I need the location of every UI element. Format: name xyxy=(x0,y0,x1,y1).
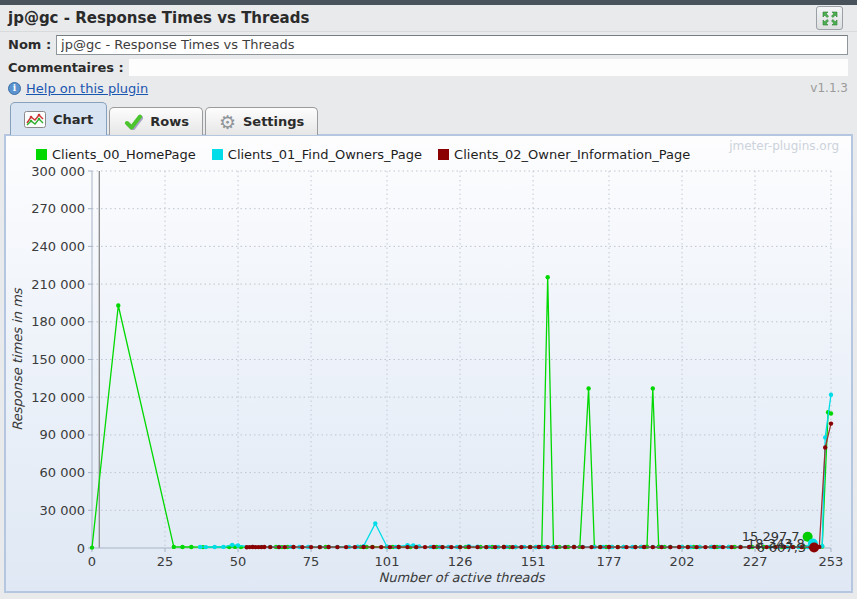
data-point xyxy=(335,545,339,549)
data-point xyxy=(829,421,833,425)
y-tick-label: 30 000 xyxy=(40,503,86,518)
data-point xyxy=(686,545,690,549)
data-point xyxy=(172,545,176,549)
tab-bar: Chart Rows ⚙ Settings xyxy=(10,102,320,135)
data-point xyxy=(493,545,497,549)
x-tick-label: 151 xyxy=(521,554,546,569)
x-tick-label: 75 xyxy=(303,554,320,569)
data-point xyxy=(607,545,611,549)
name-field-row: Nom : xyxy=(8,34,848,55)
data-point xyxy=(423,545,427,549)
y-tick-label: 300 000 xyxy=(31,164,85,179)
chart-icon xyxy=(24,111,46,128)
data-point xyxy=(198,545,202,549)
data-point xyxy=(721,545,725,549)
help-row: i Help on this plugin v1.1.3 xyxy=(8,79,848,97)
chart-svg: 030 00060 00090 000120 000150 000180 000… xyxy=(6,136,851,591)
tab-rows[interactable]: Rows xyxy=(109,107,203,135)
data-point xyxy=(712,545,716,549)
data-point xyxy=(694,545,698,549)
legend-swatch xyxy=(36,149,47,160)
data-point xyxy=(397,545,401,549)
data-point xyxy=(537,545,541,549)
help-link[interactable]: Help on this plugin xyxy=(26,81,148,96)
legend-label: Clients_01_Find_Owners_Page xyxy=(228,147,422,162)
info-icon: i xyxy=(8,82,21,95)
annotation-dot xyxy=(809,542,819,552)
data-point xyxy=(519,545,523,549)
data-point xyxy=(414,545,418,549)
series-line xyxy=(200,395,831,547)
y-tick-label: 90 000 xyxy=(40,427,86,442)
x-tick-label: 25 xyxy=(157,554,174,569)
comments-input[interactable] xyxy=(129,59,848,76)
data-point xyxy=(230,543,234,547)
data-point xyxy=(405,545,409,549)
data-point xyxy=(300,545,304,549)
data-point xyxy=(586,386,590,390)
data-point xyxy=(213,545,217,549)
y-tick-label: 120 000 xyxy=(31,390,85,405)
data-point xyxy=(268,545,272,549)
tab-chart[interactable]: Chart xyxy=(10,102,107,135)
data-point xyxy=(432,545,436,549)
y-tick-label: 240 000 xyxy=(31,239,85,254)
data-point xyxy=(510,545,514,549)
y-tick-label: 270 000 xyxy=(31,201,85,216)
data-point xyxy=(563,545,567,549)
data-point xyxy=(388,545,392,549)
data-point xyxy=(598,545,602,549)
data-point xyxy=(624,545,628,549)
version-label: v1.1.3 xyxy=(810,81,848,95)
legend-item: Clients_01_Find_Owners_Page xyxy=(212,147,422,162)
data-point xyxy=(440,545,444,549)
y-tick-label: 150 000 xyxy=(31,352,85,367)
data-point xyxy=(589,545,593,549)
name-input[interactable] xyxy=(56,35,848,55)
comments-label: Commentaires : xyxy=(8,60,124,75)
data-point xyxy=(361,545,365,549)
comments-field-row: Commentaires : xyxy=(8,58,848,76)
data-point xyxy=(236,543,240,547)
data-point xyxy=(353,545,357,549)
x-tick-label: 253 xyxy=(819,554,844,569)
data-point xyxy=(318,545,322,549)
data-point xyxy=(616,545,620,549)
data-point xyxy=(379,545,383,549)
expand-arrows-icon xyxy=(822,11,838,26)
chart-panel: jmeter-plugins.org Clients_00_HomePageCl… xyxy=(4,134,853,593)
data-point xyxy=(283,545,287,549)
data-point xyxy=(823,445,827,449)
data-point xyxy=(659,545,663,549)
data-point xyxy=(326,545,330,549)
legend-swatch xyxy=(438,149,449,160)
data-point xyxy=(651,545,655,549)
data-point xyxy=(116,303,120,307)
title-bar: jp@gc - Response Times vs Threads xyxy=(0,5,857,32)
y-tick-label: 0 xyxy=(77,541,85,556)
data-point xyxy=(291,545,295,549)
legend-item: Clients_02_Owner_Information_Page xyxy=(438,147,690,162)
x-tick-label: 0 xyxy=(88,554,96,569)
data-point xyxy=(668,545,672,549)
maximize-button[interactable] xyxy=(816,6,843,30)
x-tick-label: 202 xyxy=(670,554,695,569)
data-point xyxy=(554,545,558,549)
data-point xyxy=(204,545,208,549)
x-tick-label: 177 xyxy=(597,554,622,569)
series-line xyxy=(92,277,831,547)
x-tick-label: 227 xyxy=(743,554,768,569)
data-point xyxy=(738,545,742,549)
y-tick-label: 210 000 xyxy=(31,277,85,292)
legend-label: Clients_02_Owner_Information_Page xyxy=(454,147,690,162)
data-point xyxy=(475,545,479,549)
data-point xyxy=(829,393,833,397)
data-point xyxy=(180,545,184,549)
data-point xyxy=(730,545,734,549)
y-axis-title: Response times in ms xyxy=(10,287,25,430)
data-point xyxy=(277,545,281,549)
tab-settings[interactable]: ⚙ Settings xyxy=(205,107,318,135)
gear-icon: ⚙ xyxy=(219,114,236,130)
annotation-value: 6 607,3 xyxy=(756,540,806,555)
y-tick-label: 180 000 xyxy=(31,314,85,329)
